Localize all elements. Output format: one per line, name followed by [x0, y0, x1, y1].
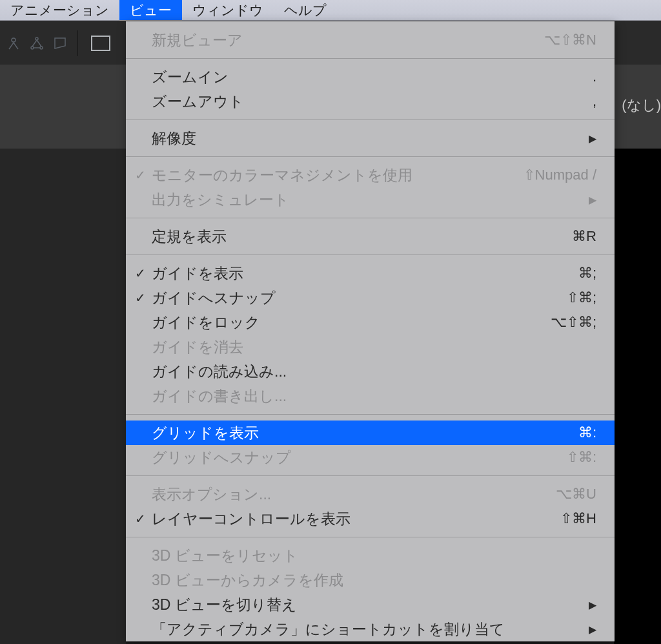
menu-item-show-guides[interactable]: ✓ ガイドを表示 ⌘; — [126, 261, 615, 286]
menu-item-label: モニターのカラーマネジメントを使用 — [152, 165, 524, 185]
menu-shortcut: ⌘R — [572, 228, 596, 245]
menu-shortcut: ⇧⌘H — [560, 510, 596, 527]
menu-item-new-viewer[interactable]: 新規ビューア ⌥⇧⌘N — [126, 21, 615, 52]
checkmark-icon: ✓ — [132, 167, 148, 183]
checkmark-icon: ✓ — [132, 511, 148, 526]
menu-item-snap-grid[interactable]: グリッドへスナップ ⇧⌘: — [126, 445, 615, 470]
menu-item-export-guides[interactable]: ガイドの書き出し... — [126, 384, 615, 408]
menu-item-label: 表示オプション... — [152, 484, 556, 504]
checkmark-icon: ✓ — [132, 265, 148, 281]
menu-item-label: 3D ビューを切り替え — [152, 595, 584, 615]
menu-item-label: ガイドを消去 — [152, 337, 596, 357]
menu-item-label: 出力をシミュレート — [152, 190, 584, 210]
menu-separator — [126, 156, 615, 157]
menu-shortcut: ⌘; — [578, 265, 596, 282]
menubar-item-help[interactable]: ヘルプ — [274, 0, 337, 20]
menu-item-create-camera-3d[interactable]: 3D ビューからカメラを作成 — [126, 568, 615, 592]
menu-item-clear-guides[interactable]: ガイドを消去 — [126, 335, 615, 359]
view-menu-dropdown: 新規ビューア ⌥⇧⌘N ズームイン . ズームアウト , 解像度 ▶ ✓ モニタ… — [126, 21, 615, 641]
menu-item-reset-3d-view[interactable]: 3D ビューをリセット — [126, 543, 615, 568]
menu-item-show-grid[interactable]: グリッドを表示 ⌘: — [126, 421, 615, 445]
menu-item-label: レイヤーコントロールを表示 — [152, 509, 560, 529]
menu-item-label: グリッドを表示 — [152, 423, 578, 443]
menu-shortcut: ⌥⇧⌘N — [544, 32, 596, 48]
menu-separator — [126, 218, 615, 218]
toolbar-icon-2[interactable] — [26, 32, 48, 54]
menu-item-zoom-out[interactable]: ズームアウト , — [126, 89, 615, 114]
menu-item-label: 解像度 — [152, 129, 584, 149]
menu-shortcut: ⇧⌘: — [567, 449, 596, 466]
menu-item-zoom-in[interactable]: ズームイン . — [126, 65, 615, 89]
menu-item-label: ズームアウト — [152, 92, 593, 112]
submenu-arrow-icon: ▶ — [589, 132, 596, 145]
menu-shortcut: ⇧⌘; — [567, 289, 596, 306]
menu-item-label: ズームイン — [152, 67, 593, 87]
menu-item-label: 3D ビューからカメラを作成 — [152, 570, 596, 590]
menu-item-label: ガイドの書き出し... — [152, 386, 596, 406]
rectangle-tool-icon[interactable] — [91, 36, 110, 51]
menu-item-label: ガイドを表示 — [152, 264, 578, 284]
menu-item-simulate-output[interactable]: 出力をシミュレート ▶ — [126, 187, 615, 212]
menu-separator — [126, 475, 615, 476]
viewport-right — [614, 149, 661, 644]
menu-shortcut: , — [593, 93, 596, 110]
menubar-item-animation[interactable]: アニメーション — [0, 0, 119, 20]
menu-item-label: 「アクティブカメラ」にショートカットを割り当て — [152, 619, 584, 639]
menu-item-label: グリッドへスナップ — [152, 448, 567, 468]
menu-item-resolution[interactable]: 解像度 ▶ — [126, 126, 615, 151]
menu-shortcut: . — [593, 68, 596, 85]
menu-item-lock-guides[interactable]: ガイドをロック ⌥⇧⌘; — [126, 310, 615, 335]
menu-shortcut: ⇧Numpad / — [524, 167, 596, 183]
menu-item-show-layer-controls[interactable]: ✓ レイヤーコントロールを表示 ⇧⌘H — [126, 506, 615, 531]
menu-shortcut: ⌥⇧⌘; — [551, 314, 596, 331]
toolbar-icon-1[interactable] — [3, 32, 25, 54]
submenu-arrow-icon: ▶ — [589, 623, 596, 636]
menubar-item-window[interactable]: ウィンドウ — [182, 0, 274, 20]
menu-item-switch-3d-view[interactable]: 3D ビューを切り替え ▶ — [126, 592, 615, 617]
menu-item-view-options[interactable]: 表示オプション... ⌥⌘U — [126, 482, 615, 506]
menu-item-label: 定規を表示 — [152, 227, 572, 247]
menu-item-label: 3D ビューをリセット — [152, 546, 596, 566]
submenu-arrow-icon: ▶ — [589, 599, 596, 611]
menu-item-color-management[interactable]: ✓ モニターのカラーマネジメントを使用 ⇧Numpad / — [126, 163, 615, 187]
menu-item-import-guides[interactable]: ガイドの読み込み... — [126, 359, 615, 384]
menu-separator — [126, 537, 615, 537]
menu-separator — [126, 58, 615, 59]
menu-item-label: ガイドの読み込み... — [152, 362, 596, 382]
menubar: アニメーション ビュー ウィンドウ ヘルプ — [0, 0, 661, 21]
menu-item-label: ガイドへスナップ — [152, 288, 567, 308]
svg-point-0 — [12, 38, 15, 42]
toolbar-icon-3[interactable] — [49, 32, 71, 54]
menu-item-label: ガイドをロック — [152, 313, 551, 333]
menubar-item-view[interactable]: ビュー — [119, 0, 182, 20]
status-none-label: (なし) — [622, 96, 661, 115]
menu-separator — [126, 254, 615, 255]
menu-separator — [126, 414, 615, 415]
checkmark-icon: ✓ — [132, 290, 148, 306]
svg-point-1 — [36, 37, 38, 40]
menu-separator — [126, 119, 615, 120]
submenu-arrow-icon: ▶ — [589, 194, 596, 206]
menu-item-snap-guides[interactable]: ✓ ガイドへスナップ ⇧⌘; — [126, 286, 615, 310]
svg-point-2 — [31, 47, 34, 49]
menu-item-show-rulers[interactable]: 定規を表示 ⌘R — [126, 224, 615, 249]
svg-point-3 — [40, 47, 43, 49]
menu-shortcut: ⌥⌘U — [556, 486, 596, 503]
toolbar-divider — [77, 30, 78, 56]
left-panel — [0, 149, 126, 644]
menu-item-label: 新規ビューア — [152, 30, 544, 50]
menu-item-assign-shortcut-active-camera[interactable]: 「アクティブカメラ」にショートカットを割り当て ▶ — [126, 617, 615, 641]
menu-shortcut: ⌘: — [578, 424, 596, 441]
